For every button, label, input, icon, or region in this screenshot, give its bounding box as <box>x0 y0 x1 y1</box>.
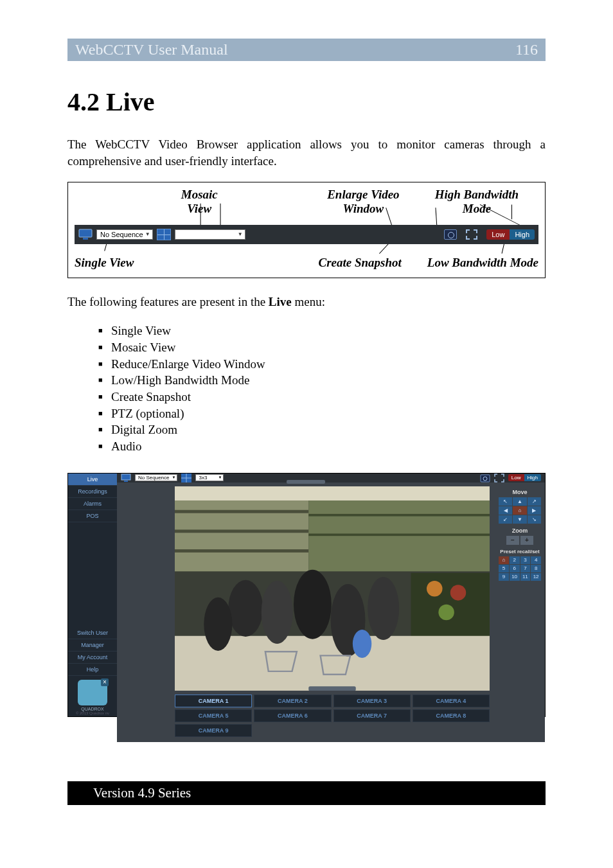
copyright-text: © 2013 Quadrox nv <box>68 711 117 716</box>
intro-paragraph: The WebCCTV Video Browser application al… <box>67 136 546 169</box>
ptz-up-right-icon[interactable]: ↗ <box>528 497 541 506</box>
preset-button[interactable]: 6 <box>510 565 520 572</box>
single-view-icon[interactable] <box>121 474 131 483</box>
mosaic-view-icon[interactable] <box>181 474 191 483</box>
grid-dropdown[interactable]: 3x3 <box>195 474 224 481</box>
expand-icon[interactable] <box>466 229 477 240</box>
svg-rect-19 <box>175 486 490 500</box>
preset-button[interactable]: 10 <box>510 573 520 581</box>
svg-rect-21 <box>175 509 308 513</box>
footer-version: Version 4.9 Series <box>93 785 191 801</box>
header-page-number: 116 <box>515 41 538 58</box>
ptz-down-right-icon[interactable]: ↘ <box>528 515 541 524</box>
svg-rect-9 <box>79 229 92 237</box>
sidebar-item-alarms[interactable]: Alarms <box>68 498 117 510</box>
zoom-out-icon[interactable]: − <box>506 536 519 545</box>
toolbar-strip: No Sequence Low High <box>75 225 538 244</box>
feature-item: Create Snapshot <box>98 389 546 405</box>
header-title: WebCCTV User Manual <box>75 41 228 58</box>
toolbar-diagram: Mosaic View Enlarge Video Window High Ba… <box>67 182 546 278</box>
ptz-right-icon[interactable]: ▶ <box>528 506 541 515</box>
ptz-down-icon[interactable]: ▼ <box>513 515 526 524</box>
preset-button[interactable]: 9 <box>499 573 509 581</box>
ptz-move-title: Move <box>499 489 541 495</box>
svg-point-30 <box>438 604 454 620</box>
preset-button[interactable]: 2 <box>510 556 520 564</box>
svg-rect-22 <box>175 529 308 533</box>
bandwidth-toggle[interactable]: Low High <box>508 474 541 481</box>
svg-point-33 <box>262 581 293 644</box>
preset-button[interactable]: 11 <box>520 573 531 581</box>
preset-button[interactable]: 12 <box>531 573 541 581</box>
sidebar-item-recordings[interactable]: Recordings <box>68 486 117 498</box>
svg-point-32 <box>228 580 263 636</box>
camera-button[interactable]: CAMERA 5 <box>175 709 252 722</box>
preset-button[interactable]: 8 <box>531 565 541 572</box>
snapshot-icon[interactable] <box>480 474 490 483</box>
svg-rect-12 <box>124 481 128 482</box>
single-view-icon[interactable] <box>78 229 93 240</box>
svg-rect-39 <box>308 686 356 691</box>
bandwidth-low[interactable]: Low <box>486 229 510 240</box>
ptz-preset-title: Preset recall/set <box>499 549 541 554</box>
preset-button[interactable]: 4 <box>531 556 541 564</box>
sidebar-nav-bottom: Switch User Manager My Account Help <box>68 627 117 676</box>
svg-rect-25 <box>308 513 490 516</box>
svg-point-38 <box>353 630 371 658</box>
ptz-panel: Move ↖ ▲ ↗ ◀ ⌂ ▶ ↙ ▼ ↘ Zoom − <box>495 483 545 743</box>
camera-button[interactable]: CAMERA 1 <box>175 695 252 707</box>
sidebar-item-my-account[interactable]: My Account <box>68 651 117 664</box>
brand-logo-text: QUADROX <box>68 707 117 711</box>
svg-point-34 <box>294 569 332 639</box>
feature-item: PTZ (optional) <box>98 405 546 422</box>
ptz-home-icon[interactable]: ⌂ <box>513 506 526 515</box>
page-header: WebCCTV User Manual 116 <box>67 39 546 61</box>
label-single-view: Single View <box>75 256 134 270</box>
ptz-down-left-icon[interactable]: ↙ <box>499 515 512 524</box>
ptz-left-icon[interactable]: ◀ <box>499 506 512 515</box>
preset-button[interactable]: 7 <box>520 565 531 572</box>
ptz-up-icon[interactable]: ▲ <box>513 497 526 506</box>
label-enlarge-video: Enlarge Video Window <box>306 188 420 216</box>
bandwidth-high[interactable]: High <box>524 474 541 481</box>
feature-item: Low/High Bandwidth Mode <box>98 372 546 389</box>
camera-button[interactable]: CAMERA 2 <box>254 695 331 707</box>
pane-divider-handle[interactable] <box>287 480 325 484</box>
sidebar-item-live[interactable]: Live <box>68 474 117 486</box>
camera-button[interactable]: CAMERA 8 <box>413 709 490 722</box>
preset-grid: ⌂ 2 3 4 5 6 7 8 9 10 11 12 <box>499 556 541 581</box>
ptz-zoom-title: Zoom <box>499 527 541 534</box>
camera-button[interactable]: CAMERA 6 <box>254 709 331 722</box>
page-footer: Version 4.9 Series <box>67 781 546 805</box>
bandwidth-low[interactable]: Low <box>508 474 524 481</box>
section-heading: 4.2 Live <box>67 87 546 117</box>
bandwidth-high[interactable]: High <box>510 229 535 240</box>
sequence-dropdown[interactable]: No Sequence <box>135 474 177 481</box>
ptz-move-grid: ↖ ▲ ↗ ◀ ⌂ ▶ ↙ ▼ ↘ <box>499 497 541 524</box>
ptz-up-left-icon[interactable]: ↖ <box>499 497 512 506</box>
preset-button[interactable]: 3 <box>520 556 531 564</box>
camera-button[interactable]: CAMERA 7 <box>333 709 411 722</box>
preset-button[interactable]: 5 <box>499 565 509 572</box>
preset-button[interactable]: ⌂ <box>499 556 509 564</box>
camera-button[interactable]: CAMERA 3 <box>333 695 411 707</box>
svg-point-29 <box>450 585 466 601</box>
mosaic-view-icon[interactable] <box>157 229 171 240</box>
sidebar-item-help[interactable]: Help <box>68 664 117 676</box>
sidebar-item-manager[interactable]: Manager <box>68 639 117 651</box>
bandwidth-toggle[interactable]: Low High <box>486 229 535 240</box>
camera-button[interactable]: CAMERA 9 <box>175 724 252 737</box>
zoom-in-icon[interactable]: + <box>520 536 533 545</box>
label-create-snapshot: Create Snapshot <box>319 256 402 270</box>
snapshot-icon[interactable] <box>444 229 457 240</box>
expand-icon[interactable] <box>494 474 504 483</box>
sidebar-item-switch-user[interactable]: Switch User <box>68 627 117 639</box>
svg-point-28 <box>427 581 443 597</box>
video-frame[interactable] <box>175 486 490 691</box>
svg-rect-23 <box>175 549 308 553</box>
camera-button[interactable]: CAMERA 4 <box>413 695 490 707</box>
sidebar-item-pos[interactable]: POS <box>68 510 117 522</box>
sequence-dropdown[interactable]: No Sequence <box>96 229 153 240</box>
label-mosaic-view: Mosaic View <box>168 188 231 216</box>
mosaic-dropdown[interactable] <box>175 229 245 240</box>
